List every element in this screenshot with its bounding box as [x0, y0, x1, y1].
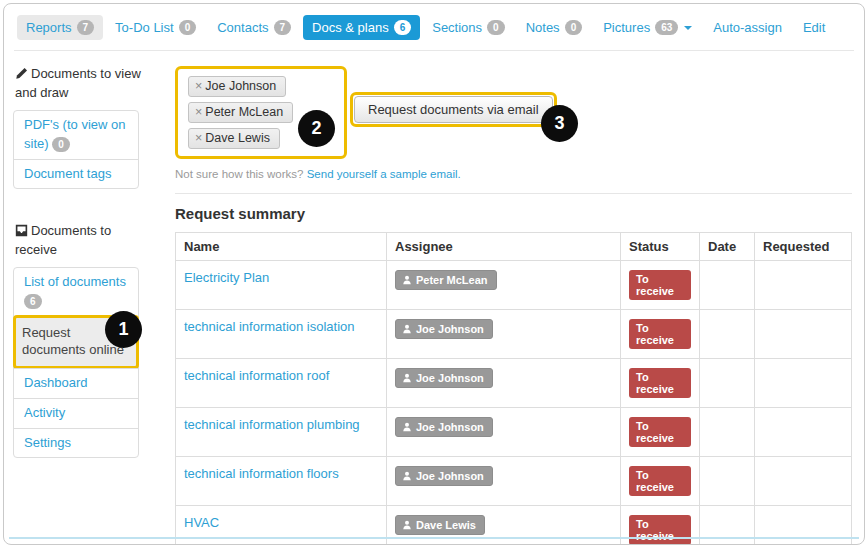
assignee-tag[interactable]: ×Peter McLean: [188, 102, 293, 123]
request-documents-via-email-button[interactable]: Request documents via email: [354, 96, 553, 123]
hint-text: Not sure how this works?: [175, 168, 303, 180]
requested-cell: [755, 359, 852, 408]
assignee-badge: Peter McLean: [395, 270, 497, 290]
count-badge: 0: [179, 20, 197, 35]
date-cell: [700, 408, 755, 457]
assignee-badge: Joe Johnson: [395, 466, 493, 486]
document-link[interactable]: technical information floors: [184, 466, 339, 481]
document-link[interactable]: Electricity Plan: [184, 270, 269, 285]
section-divider: [175, 193, 852, 194]
tab-label: Notes: [526, 20, 560, 35]
document-name-cell: technical information floors: [176, 457, 387, 506]
tab-docs-and-plans[interactable]: Docs & plans 6: [303, 15, 420, 40]
document-link[interactable]: technical information isolation: [184, 319, 355, 334]
document-name-cell: technical information roof: [176, 359, 387, 408]
tab-reports[interactable]: Reports 7: [17, 15, 103, 40]
column-header-requested: Requested: [755, 233, 852, 261]
status-cell: To receive: [621, 457, 700, 506]
assignee-badge: Dave Lewis: [395, 515, 485, 535]
date-cell: [700, 506, 755, 546]
table-header-row: Name Assignee Status Date Requested: [176, 233, 852, 261]
sidebar-item-pdfs[interactable]: PDF's (to view on site) 0: [14, 111, 138, 159]
sidebar: Documents to view and draw PDF's (to vie…: [13, 66, 165, 545]
tab-sections[interactable]: Sections 0: [423, 15, 513, 40]
chevron-down-icon[interactable]: [684, 26, 692, 34]
requested-cell: [755, 506, 852, 546]
document-link[interactable]: HVAC: [184, 515, 219, 530]
sidebar-list-receive: List of documents 6 Request documents on…: [13, 267, 139, 458]
assignee-badge-label: Joe Johnson: [416, 323, 484, 335]
status-badge: To receive: [629, 417, 691, 447]
assignee-cell: Joe Johnson: [387, 457, 621, 506]
tab-label: Auto-assign: [713, 20, 782, 35]
assignee-badge-label: Joe Johnson: [416, 421, 484, 433]
assignee-cell: Joe Johnson: [387, 408, 621, 457]
tab-pictures[interactable]: Pictures 63: [594, 15, 701, 40]
date-cell: [700, 457, 755, 506]
column-header-status: Status: [621, 233, 700, 261]
person-icon: [402, 275, 412, 285]
tab-todo-list[interactable]: To-Do List 0: [106, 15, 205, 40]
assignee-cell: Joe Johnson: [387, 359, 621, 408]
sample-email-link[interactable]: Send yourself a sample email.: [307, 168, 461, 180]
count-badge: 7: [274, 20, 292, 35]
annotation-step-2: 2: [298, 110, 335, 147]
sidebar-item-document-tags[interactable]: Document tags: [14, 159, 138, 189]
column-header-name: Name: [176, 233, 387, 261]
assignee-name: Joe Johnson: [205, 79, 276, 93]
status-cell: To receive: [621, 359, 700, 408]
status-cell: To receive: [621, 408, 700, 457]
assignee-badge: Joe Johnson: [395, 368, 493, 388]
date-cell: [700, 310, 755, 359]
count-badge: 0: [52, 137, 70, 152]
remove-tag-icon[interactable]: ×: [195, 105, 202, 119]
panel-bottom-border: [9, 537, 859, 539]
column-header-date: Date: [700, 233, 755, 261]
count-badge: 0: [565, 20, 583, 35]
person-icon: [402, 520, 412, 530]
count-badge: 7: [77, 20, 95, 35]
request-controls-row: ×Joe Johnson ×Peter McLean ×Dave Lewis R…: [175, 66, 852, 159]
sidebar-item-settings[interactable]: Settings: [14, 428, 138, 458]
assignee-tag[interactable]: ×Joe Johnson: [188, 76, 286, 97]
count-badge: 63: [655, 20, 678, 35]
table-row: technical information plumbing Joe Johns…: [176, 408, 852, 457]
sidebar-item-label: List of documents: [24, 274, 126, 289]
tab-notes[interactable]: Notes 0: [517, 15, 592, 40]
sidebar-list-view-and-draw: PDF's (to view on site) 0 Document tags: [13, 110, 139, 190]
tab-bar: Reports 7 To-Do List 0 Contacts 7 Docs &…: [4, 4, 864, 48]
column-header-assignee: Assignee: [387, 233, 621, 261]
tab-label: To-Do List: [115, 20, 174, 35]
sidebar-item-list-of-documents[interactable]: List of documents 6: [14, 268, 138, 316]
annotation-step-1: 1: [105, 311, 142, 348]
count-badge: 0: [487, 20, 505, 35]
assignee-badge: Joe Johnson: [395, 417, 493, 437]
remove-tag-icon[interactable]: ×: [195, 79, 202, 93]
document-link[interactable]: technical information plumbing: [184, 417, 360, 432]
assignee-badge: Joe Johnson: [395, 319, 493, 339]
sidebar-item-dashboard[interactable]: Dashboard: [14, 368, 138, 398]
document-link[interactable]: technical information roof: [184, 368, 329, 383]
sidebar-section-receive: Documents to receive List of documents 6…: [13, 223, 165, 458]
remove-tag-icon[interactable]: ×: [195, 131, 202, 145]
assignee-cell: Peter McLean: [387, 261, 621, 310]
sidebar-item-activity[interactable]: Activity: [14, 398, 138, 428]
tab-label: Reports: [26, 20, 72, 35]
tab-edit[interactable]: Edit: [794, 15, 834, 40]
tab-auto-assign[interactable]: Auto-assign: [704, 15, 791, 40]
annotation-step-3: 3: [541, 105, 578, 142]
request-summary-table: Name Assignee Status Date Requested Elec…: [175, 232, 852, 545]
content-area: Documents to view and draw PDF's (to vie…: [4, 51, 864, 545]
status-badge: To receive: [629, 319, 691, 349]
document-name-cell: Electricity Plan: [176, 261, 387, 310]
assignee-tag[interactable]: ×Dave Lewis: [188, 128, 280, 149]
tab-contacts[interactable]: Contacts 7: [208, 15, 300, 40]
assignee-badge-label: Joe Johnson: [416, 372, 484, 384]
sidebar-section-view-and-draw: Documents to view and draw PDF's (to vie…: [13, 66, 165, 189]
assignee-cell: Dave Lewis: [387, 506, 621, 546]
sidebar-item-label: PDF's (to view on site): [24, 117, 125, 151]
person-icon: [402, 373, 412, 383]
request-summary-title: Request summary: [175, 205, 852, 222]
tab-label: Pictures: [603, 20, 650, 35]
count-badge: 6: [394, 20, 412, 35]
